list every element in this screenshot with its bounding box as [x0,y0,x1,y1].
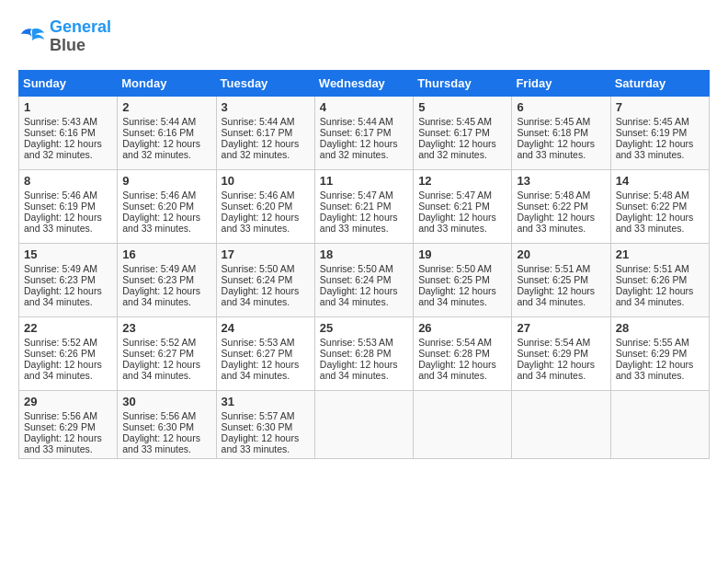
sunrise: Sunrise: 5:51 AM [517,263,590,274]
calendar-cell: 18Sunrise: 5:50 AMSunset: 6:24 PMDayligh… [314,243,413,316]
sunset: Sunset: 6:29 PM [517,348,588,359]
sunrise: Sunrise: 5:54 AM [517,337,590,348]
day-number: 6 [517,100,605,114]
day-number: 9 [122,174,210,188]
day-header-monday: Monday [118,70,216,96]
day-number: 18 [320,247,408,261]
sunrise: Sunrise: 5:56 AM [122,410,196,421]
day-number: 31 [222,395,310,408]
day-number: 12 [418,174,506,188]
calendar-cell [610,390,709,458]
calendar-cell: 10Sunrise: 5:46 AMSunset: 6:20 PMDayligh… [216,169,314,243]
day-number: 5 [418,100,506,114]
sunrise: Sunrise: 5:46 AM [122,190,196,201]
day-number: 22 [24,321,112,335]
sunset: Sunset: 6:17 PM [418,127,490,138]
sunrise: Sunrise: 5:51 AM [616,263,689,274]
sunset: Sunset: 6:16 PM [122,127,194,138]
sunset: Sunset: 6:23 PM [24,274,96,285]
sunrise: Sunrise: 5:44 AM [222,116,295,127]
daylight: Daylight: 12 hours and 33 minutes. [24,432,102,454]
sunset: Sunset: 6:23 PM [122,274,194,285]
calendar-cell: 13Sunrise: 5:48 AMSunset: 6:22 PMDayligh… [512,169,610,243]
sunrise: Sunrise: 5:49 AM [122,263,196,274]
day-number: 28 [616,321,704,335]
sunset: Sunset: 6:29 PM [24,421,96,432]
sunset: Sunset: 6:17 PM [222,127,293,138]
calendar-table: SundayMondayTuesdayWednesdayThursdayFrid… [18,70,710,459]
logo-text: GeneralBlue [50,18,111,55]
sunrise: Sunrise: 5:57 AM [222,410,295,421]
calendar-cell: 5Sunrise: 5:45 AMSunset: 6:17 PMDaylight… [414,96,512,169]
daylight: Daylight: 12 hours and 34 minutes. [122,285,200,307]
sunset: Sunset: 6:28 PM [320,348,392,359]
sunrise: Sunrise: 5:47 AM [418,190,492,201]
sunrise: Sunrise: 5:52 AM [122,337,196,348]
sunrise: Sunrise: 5:48 AM [517,190,590,201]
calendar-cell: 3Sunrise: 5:44 AMSunset: 6:17 PMDaylight… [216,96,314,169]
sunrise: Sunrise: 5:46 AM [222,190,295,201]
daylight: Daylight: 12 hours and 34 minutes. [122,359,200,381]
day-number: 20 [517,247,605,261]
day-header-saturday: Saturday [610,70,709,96]
day-number: 25 [320,321,408,335]
daylight: Daylight: 12 hours and 32 minutes. [24,138,102,160]
sunrise: Sunrise: 5:47 AM [320,190,393,201]
daylight: Daylight: 12 hours and 33 minutes. [222,212,300,234]
sunrise: Sunrise: 5:53 AM [320,337,393,348]
calendar-cell [512,390,610,458]
day-number: 19 [418,247,506,261]
daylight: Daylight: 12 hours and 34 minutes. [320,359,398,381]
calendar-cell: 23Sunrise: 5:52 AMSunset: 6:27 PMDayligh… [118,316,216,390]
sunrise: Sunrise: 5:53 AM [222,337,295,348]
daylight: Daylight: 12 hours and 34 minutes. [517,285,595,307]
sunrise: Sunrise: 5:54 AM [418,337,492,348]
calendar-header-row: SundayMondayTuesdayWednesdayThursdayFrid… [19,70,710,96]
sunset: Sunset: 6:26 PM [24,348,96,359]
sunrise: Sunrise: 5:49 AM [24,263,97,274]
day-number: 15 [24,247,112,261]
daylight: Daylight: 12 hours and 34 minutes. [517,359,595,381]
calendar-cell: 7Sunrise: 5:45 AMSunset: 6:19 PMDaylight… [610,96,709,169]
sunset: Sunset: 6:27 PM [122,348,194,359]
daylight: Daylight: 12 hours and 32 minutes. [122,138,200,160]
day-number: 7 [616,100,704,114]
sunset: Sunset: 6:30 PM [222,421,293,432]
day-header-thursday: Thursday [414,70,512,96]
calendar-cell: 24Sunrise: 5:53 AMSunset: 6:27 PMDayligh… [216,316,314,390]
sunset: Sunset: 6:24 PM [320,274,392,285]
day-header-tuesday: Tuesday [216,70,314,96]
calendar-cell: 2Sunrise: 5:44 AMSunset: 6:16 PMDaylight… [118,96,216,169]
daylight: Daylight: 12 hours and 33 minutes. [616,138,694,160]
sunset: Sunset: 6:30 PM [122,421,194,432]
sunrise: Sunrise: 5:45 AM [418,116,492,127]
calendar-cell: 9Sunrise: 5:46 AMSunset: 6:20 PMDaylight… [118,169,216,243]
calendar-cell: 28Sunrise: 5:55 AMSunset: 6:29 PMDayligh… [610,316,709,390]
daylight: Daylight: 12 hours and 34 minutes. [320,285,398,307]
daylight: Daylight: 12 hours and 33 minutes. [517,212,595,234]
sunrise: Sunrise: 5:43 AM [24,116,97,127]
sunrise: Sunrise: 5:46 AM [24,190,97,201]
calendar-cell: 11Sunrise: 5:47 AMSunset: 6:21 PMDayligh… [314,169,413,243]
daylight: Daylight: 12 hours and 33 minutes. [616,359,694,381]
calendar-cell: 19Sunrise: 5:50 AMSunset: 6:25 PMDayligh… [414,243,512,316]
sunset: Sunset: 6:18 PM [517,127,588,138]
day-number: 24 [222,321,310,335]
day-number: 11 [320,174,408,188]
page-header: GeneralBlue [18,18,710,55]
day-number: 13 [517,174,605,188]
sunrise: Sunrise: 5:55 AM [616,337,689,348]
sunset: Sunset: 6:20 PM [122,201,194,212]
sunset: Sunset: 6:22 PM [517,201,588,212]
calendar-cell: 4Sunrise: 5:44 AMSunset: 6:17 PMDaylight… [314,96,413,169]
sunrise: Sunrise: 5:56 AM [24,410,97,421]
daylight: Daylight: 12 hours and 33 minutes. [418,212,496,234]
calendar-cell: 8Sunrise: 5:46 AMSunset: 6:19 PMDaylight… [19,169,118,243]
daylight: Daylight: 12 hours and 34 minutes. [24,359,102,381]
sunrise: Sunrise: 5:48 AM [616,190,689,201]
daylight: Daylight: 12 hours and 34 minutes. [418,359,496,381]
daylight: Daylight: 12 hours and 34 minutes. [418,285,496,307]
daylight: Daylight: 12 hours and 34 minutes. [222,359,300,381]
daylight: Daylight: 12 hours and 34 minutes. [222,285,300,307]
sunrise: Sunrise: 5:45 AM [616,116,689,127]
